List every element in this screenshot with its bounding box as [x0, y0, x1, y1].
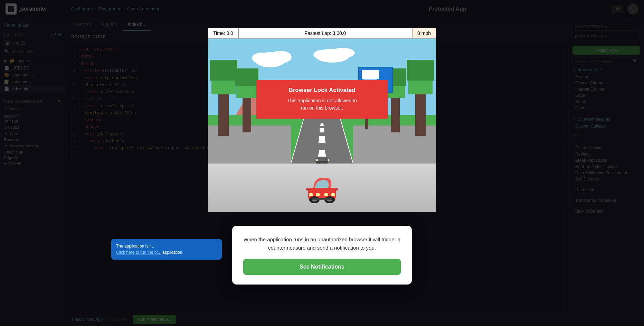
modal-overlay: Time: 0.0 Fastest Lap: 3.00.0 0 mph — [0, 0, 644, 326]
svg-marker-17 — [320, 128, 324, 132]
fastest-lap-stat: Fastest Lap: 3.00.0 — [238, 28, 412, 38]
svg-point-7 — [252, 53, 271, 64]
speed-value: 0 mph — [417, 30, 431, 36]
svg-marker-16 — [319, 136, 325, 143]
svg-rect-47 — [328, 159, 329, 161]
fastest-lap-label: Fastest Lap: — [305, 30, 331, 36]
svg-point-9 — [331, 48, 355, 58]
svg-rect-38 — [362, 70, 379, 79]
protected-app-window: Time: 0.0 Fastest Lap: 3.00.0 0 mph — [208, 28, 436, 212]
svg-point-6 — [269, 51, 292, 63]
svg-marker-18 — [320, 123, 324, 126]
svg-rect-46 — [316, 159, 318, 161]
svg-rect-59 — [335, 188, 338, 190]
notification-text: When the application runs in an unauthor… — [243, 235, 401, 252]
notification-dialog: When the application runs in an unauthor… — [232, 226, 412, 285]
svg-point-56 — [331, 193, 335, 196]
svg-rect-43 — [318, 157, 326, 161]
svg-point-54 — [316, 193, 320, 196]
svg-point-10 — [313, 50, 334, 59]
svg-rect-25 — [210, 60, 237, 81]
browser-lock-overlay: Browser Lock Activated This application … — [256, 80, 388, 119]
blue-tooltip-link-suffix: application. — [162, 250, 183, 255]
time-stat: Time: 0.0 — [208, 28, 238, 38]
blue-tooltip: The application is r... Click here to ru… — [111, 239, 222, 260]
see-notifications-button[interactable]: See Notifications — [243, 259, 401, 275]
blue-tooltip-link[interactable]: Click here to run the pr... — [116, 250, 161, 255]
time-value: 0.0 — [226, 30, 233, 36]
svg-point-55 — [324, 193, 328, 196]
game-canvas: Browser Lock Activated This application … — [208, 39, 436, 164]
svg-rect-58 — [306, 188, 309, 190]
player-car-svg — [301, 170, 343, 205]
svg-rect-28 — [235, 68, 258, 86]
game-header: Time: 0.0 Fastest Lap: 3.00.0 0 mph — [208, 28, 436, 39]
blue-tooltip-line1: The application is r... — [116, 244, 154, 249]
game-bottom — [208, 164, 436, 212]
browser-lock-title: Browser Lock Activated — [267, 87, 377, 94]
speed-stat: 0 mph — [412, 28, 436, 38]
svg-rect-31 — [407, 60, 434, 81]
svg-rect-57 — [312, 198, 332, 200]
fastest-lap-value: 3.00.0 — [332, 30, 346, 36]
browser-lock-text: This application is not allowed torun on… — [267, 97, 377, 112]
svg-point-53 — [309, 193, 313, 196]
time-label: Time: — [213, 30, 225, 36]
modal-content-wrapper: Time: 0.0 Fastest Lap: 3.00.0 0 mph — [208, 42, 436, 285]
